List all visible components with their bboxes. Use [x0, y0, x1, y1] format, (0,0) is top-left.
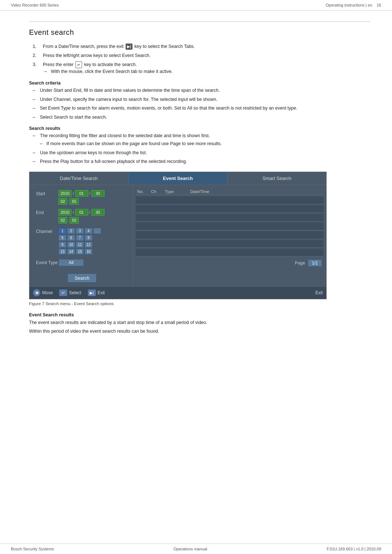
- result-row-7[interactable]: [136, 249, 323, 257]
- footer-center: Operations manual: [173, 547, 207, 551]
- event-type-field-row: Event Type All: [36, 259, 128, 266]
- results-item-1: – The recording fitting the filter and c…: [29, 132, 370, 148]
- end-inputs: 2010 / 01 / 30 02 : 55: [58, 209, 105, 223]
- criteria-item-4: – Select Search to start the search.: [29, 114, 370, 121]
- result-row-3[interactable]: [136, 214, 323, 222]
- results-item-3: – Press the Play button for a full-scree…: [29, 158, 370, 165]
- numbered-steps: 1. From a Date/Time search, press the ex…: [29, 43, 370, 75]
- move-item: ⊕ Move: [33, 289, 53, 296]
- channel-field-row: Channel 1 2 3 4 ... 5 6 7 8: [36, 228, 128, 255]
- criteria-item-2: – Under Channel, specify the camera inpu…: [29, 96, 370, 103]
- search-results-label: Search results: [29, 126, 370, 131]
- ch-14[interactable]: 14: [67, 249, 75, 255]
- select-label: Select: [69, 290, 81, 295]
- channel-grid-container: 1 2 3 4 ... 5 6 7 8 9 1: [58, 228, 101, 255]
- footer-left: Bosch Security Systems: [11, 547, 54, 551]
- right-panel: No. Ch Type Date/Time Page: [133, 185, 326, 286]
- result-row-6[interactable]: [136, 240, 323, 248]
- end-month[interactable]: 01: [75, 209, 88, 216]
- col-ch-header: Ch: [151, 189, 165, 194]
- section-title: Event search: [29, 28, 370, 37]
- ch-13[interactable]: 13: [58, 249, 66, 255]
- end-field-row: End 2010 / 01 / 30 02 :: [36, 209, 128, 223]
- search-button[interactable]: Search: [68, 274, 96, 283]
- tab-smart-search[interactable]: Smart Search: [228, 172, 326, 185]
- ch-5[interactable]: 5: [58, 235, 66, 241]
- ch-1[interactable]: 1: [58, 228, 66, 234]
- end-date-row: 2010 / 01 / 30: [58, 209, 105, 216]
- figure-caption: Figure 7 Search menu - Event Search opti…: [29, 301, 370, 306]
- enter-icon: ↵: [75, 61, 82, 68]
- results-header: No. Ch Type Date/Time: [136, 189, 323, 195]
- criteria-item-3: – Set Event Type to search for alarm eve…: [29, 105, 370, 112]
- ch-4[interactable]: 4: [85, 228, 93, 234]
- start-year[interactable]: 2010: [58, 190, 72, 197]
- step-2: 2. Press the left/right arrow keys to se…: [33, 52, 370, 59]
- ch-12[interactable]: 12: [85, 242, 93, 248]
- end-label: End: [36, 209, 58, 215]
- content-area: Event search 1. From a Date/Time search,…: [0, 11, 392, 346]
- result-row-4[interactable]: [136, 222, 323, 230]
- subsection-text-2: Within this period of video the event se…: [29, 328, 370, 335]
- ch-16[interactable]: 16: [85, 249, 93, 255]
- move-icon: ⊕: [33, 289, 40, 296]
- move-label: Move: [42, 290, 53, 295]
- subsection-text-1: The event search results are indicated b…: [29, 319, 370, 326]
- col-type-header: Type: [165, 189, 190, 194]
- criteria-item-1: – Under Start and End, fill in date and …: [29, 87, 370, 94]
- col-dt-header: Date/Time: [190, 189, 322, 194]
- header-bar: Video Recorder 600 Series Operating inst…: [0, 0, 392, 11]
- ch-3[interactable]: 3: [76, 228, 84, 234]
- step-3: 3. Press the enter ↵ key to activate the…: [33, 61, 370, 75]
- ch-10[interactable]: 10: [67, 242, 75, 248]
- result-row-5[interactable]: [136, 231, 323, 239]
- exit-button[interactable]: Exit: [315, 290, 323, 295]
- start-time-row: 02 : 55: [58, 198, 105, 205]
- end-min[interactable]: 55: [70, 217, 78, 223]
- end-year[interactable]: 2010: [58, 209, 72, 216]
- start-day[interactable]: 30: [91, 190, 105, 197]
- ch-15[interactable]: 15: [76, 249, 84, 255]
- start-date-row: 2010 / 01 / 30: [58, 190, 105, 197]
- ch-dots[interactable]: ...: [93, 228, 101, 234]
- ch-7[interactable]: 7: [76, 235, 84, 241]
- event-type-label: Event Type: [36, 259, 58, 265]
- step-1: 1. From a Date/Time search, press the ex…: [33, 43, 370, 50]
- bottom-bar: ⊕ Move ↵ Select ▶| Exit Exit: [29, 286, 326, 299]
- subsection-title: Event Search results: [29, 312, 370, 317]
- start-hour[interactable]: 02: [58, 198, 67, 205]
- result-row-2[interactable]: [136, 205, 323, 213]
- ch-11[interactable]: 11: [76, 242, 84, 248]
- select-item: ↵ Select: [59, 290, 81, 296]
- end-hour[interactable]: 02: [58, 217, 67, 223]
- left-panel: Start 2010 / 01 / 30 02 :: [29, 185, 133, 286]
- ch-8[interactable]: 8: [85, 235, 93, 241]
- start-month[interactable]: 01: [75, 190, 88, 197]
- exit-icon: ▶|: [126, 44, 132, 50]
- end-day[interactable]: 30: [91, 209, 105, 216]
- page-value: 1/1: [308, 259, 322, 267]
- end-time-row: 02 : 55: [58, 217, 105, 223]
- event-type-value[interactable]: All: [58, 259, 84, 266]
- page-label: Page: [295, 260, 305, 266]
- ui-body: Start 2010 / 01 / 30 02 :: [29, 185, 326, 286]
- ch-6[interactable]: 6: [67, 235, 75, 241]
- exit-item: ▶| Exit: [88, 290, 105, 296]
- page-row: Page 1/1: [136, 257, 323, 267]
- ch-9[interactable]: 9: [58, 242, 66, 248]
- start-field-row: Start 2010 / 01 / 30 02 :: [36, 190, 128, 205]
- header-right: Operating instructions | en 16: [326, 3, 381, 7]
- search-criteria-label: Search criteria: [29, 81, 370, 86]
- exit-label: Exit: [98, 290, 105, 295]
- channel-label: Channel: [36, 228, 58, 234]
- tab-datetime[interactable]: Date/Time Search: [29, 172, 128, 185]
- tab-event-search[interactable]: Event Search: [128, 172, 228, 185]
- result-row-1[interactable]: [136, 196, 323, 204]
- start-min[interactable]: 55: [70, 198, 78, 205]
- footer-right: F.01U.169.663 | v1.0 | 2010.09: [327, 547, 381, 551]
- ui-screenshot: Date/Time Search Event Search Smart Sear…: [29, 172, 327, 299]
- col-no-header: No.: [137, 189, 151, 194]
- header-product: Video Recorder 600 Series: [11, 3, 59, 7]
- search-results-list: – The recording fitting the filter and c…: [29, 132, 370, 165]
- ch-2[interactable]: 2: [67, 228, 75, 234]
